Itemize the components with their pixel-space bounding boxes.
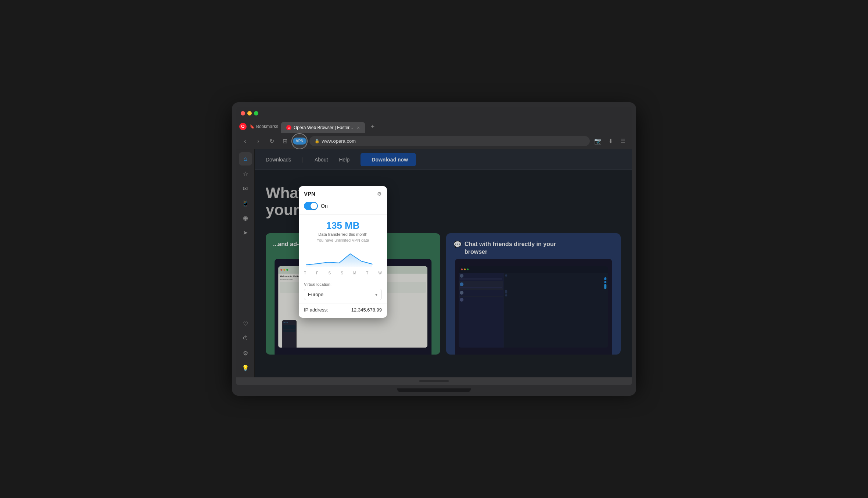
vpn-data-label: Data transferred this month: [304, 232, 382, 236]
card-chat-title: 💬 Chat with friends directly in your bro…: [453, 241, 556, 256]
sidebar-bottom: ♡ ⏱ ⚙ 💡: [239, 317, 252, 374]
vpn-stats: 135 MB Data transferred this month You h…: [299, 215, 387, 245]
forward-button[interactable]: ›: [253, 136, 263, 146]
sidebar-item-favorites[interactable]: ♡: [239, 317, 252, 330]
vpn-location-select[interactable]: Europe Americas Asia: [304, 289, 382, 300]
vpn-badge-wrap: VPN: [293, 138, 306, 145]
ssl-lock-icon: 🔒: [315, 139, 320, 143]
chart-day-3: S: [341, 271, 343, 275]
tab-title: Opera Web Browser | Faster...: [294, 125, 353, 130]
laptop-base: [232, 385, 636, 396]
address-bar[interactable]: 🔒 www.opera.com: [309, 136, 590, 146]
browser-body: ⌂ ☆ ✉ 📱 ◉ ➤ ♡ ⏱ ⚙ 💡: [236, 149, 632, 377]
sidebar-item-whatsapp[interactable]: 📱: [239, 196, 252, 210]
vpn-chart-svg: [304, 248, 382, 267]
fullscreen-traffic-light[interactable]: [254, 111, 258, 115]
vpn-location: Virtual location: Europe Americas Asia ▼: [299, 279, 387, 303]
card-chat-title-text: Chat with friends directly in your brows…: [465, 241, 556, 256]
vpn-popup-header: VPN ⚙: [299, 186, 387, 200]
sidebar-item-player[interactable]: ◉: [239, 211, 252, 224]
nav-help-link[interactable]: Help: [339, 157, 350, 163]
active-tab[interactable]: O Opera Web Browser | Faster... ✕: [281, 122, 365, 133]
menu-button[interactable]: ☰: [618, 136, 628, 146]
sidebar-item-bookmarks[interactable]: ☆: [239, 167, 252, 180]
vpn-settings-icon[interactable]: ⚙: [377, 191, 382, 197]
laptop-frame: O 🔖 Bookmarks O Opera Web Browser | Fast…: [232, 102, 636, 396]
nav-about-link[interactable]: About: [315, 157, 328, 163]
site-nav-links: Downloads | About Help: [266, 157, 349, 163]
bookmarks-icon: 🔖: [250, 124, 255, 129]
nav-downloads-link[interactable]: Downloads: [266, 157, 291, 163]
site-nav: Downloads | About Help Download now: [255, 149, 632, 170]
minimize-traffic-light[interactable]: [247, 111, 252, 115]
vpn-data-sublabel: You have unlimited VPN data: [304, 238, 382, 242]
card-chat-header: 💬 Chat with friends directly in your bro…: [446, 233, 621, 260]
traffic-lights: [241, 111, 258, 115]
card-chat: 💬 Chat with friends directly in your bro…: [446, 233, 621, 355]
bookmarks-label: Bookmarks: [256, 124, 278, 129]
tab-favicon: O: [286, 125, 291, 130]
bookmarks-button[interactable]: 🔖 Bookmarks: [250, 124, 278, 129]
laptop-bottom-bar: [236, 377, 632, 385]
title-bar: [236, 107, 632, 120]
download-now-label: Download now: [372, 157, 408, 163]
chart-day-5: T: [366, 271, 368, 275]
tab-close-button[interactable]: ✕: [357, 126, 360, 130]
chart-day-0: T: [304, 271, 306, 275]
chart-day-2: S: [328, 271, 331, 275]
sidebar: ⌂ ☆ ✉ 📱 ◉ ➤ ♡ ⏱ ⚙ 💡: [236, 149, 255, 377]
sidebar-item-settings[interactable]: ⚙: [239, 346, 252, 360]
vpn-ip-row: IP address: 12.345.678.99: [299, 303, 387, 318]
opera-logo-icon[interactable]: O: [239, 123, 247, 130]
chart-day-4: M: [353, 271, 356, 275]
laptop-notch: [397, 388, 471, 392]
vpn-toggle-label: On: [321, 203, 328, 209]
laptop-screen: O 🔖 Bookmarks O Opera Web Browser | Fast…: [236, 107, 632, 377]
chat-icon: 💬: [453, 241, 462, 249]
vpn-toggle-switch[interactable]: [304, 202, 318, 210]
sidebar-item-home[interactable]: ⌂: [239, 152, 252, 166]
vpn-chart: [299, 245, 387, 271]
camera-button[interactable]: 📷: [593, 136, 603, 146]
nav-right-buttons: 📷 ⬇ ☰: [593, 136, 628, 146]
sidebar-item-feed[interactable]: ➤: [239, 226, 252, 239]
sidebar-item-messenger[interactable]: ✉: [239, 182, 252, 195]
vpn-ip-value: 12.345.678.99: [351, 307, 382, 313]
browser-chrome: O 🔖 Bookmarks O Opera Web Browser | Fast…: [236, 107, 632, 149]
nav-bar: ‹ › ↻ ⊞ VPN 🔒 www.opera.com 📷 ⬇: [236, 133, 632, 149]
address-text: www.opera.com: [322, 138, 356, 144]
sidebar-item-history[interactable]: ⏱: [239, 332, 252, 345]
chart-day-1: F: [316, 271, 318, 275]
download-now-button[interactable]: Download now: [361, 153, 416, 166]
tabs-button[interactable]: ⊞: [280, 136, 290, 146]
new-tab-button[interactable]: +: [368, 123, 378, 131]
vpn-toggle-row: On: [299, 200, 387, 215]
card-chat-screenshot: [455, 259, 612, 355]
sidebar-item-ideas[interactable]: 💡: [239, 361, 252, 374]
laptop-hinge: [419, 380, 449, 382]
nav-divider1: |: [302, 157, 304, 163]
reload-button[interactable]: ↻: [266, 136, 277, 146]
vpn-popup: VPN ⚙ On 135 MB Data transferred this mo…: [299, 186, 387, 318]
vpn-ip-label: IP address:: [304, 307, 328, 313]
vpn-location-label: Virtual location:: [304, 282, 382, 287]
main-content: Downloads | About Help Download now: [255, 149, 632, 377]
download-button[interactable]: ⬇: [605, 136, 616, 146]
chart-day-6: W: [378, 271, 381, 275]
back-button[interactable]: ‹: [240, 136, 250, 146]
laptop-body: O 🔖 Bookmarks O Opera Web Browser | Fast…: [232, 102, 636, 385]
vpn-popup-title: VPN: [304, 191, 315, 197]
vpn-chart-days: T F S S M T W: [299, 271, 387, 279]
vpn-indicator-ring: [291, 133, 308, 149]
tab-bar: O 🔖 Bookmarks O Opera Web Browser | Fast…: [236, 120, 632, 133]
close-traffic-light[interactable]: [241, 111, 245, 115]
vpn-data-amount: 135 MB: [304, 220, 382, 231]
vpn-location-select-wrap: Europe Americas Asia ▼: [304, 289, 382, 300]
